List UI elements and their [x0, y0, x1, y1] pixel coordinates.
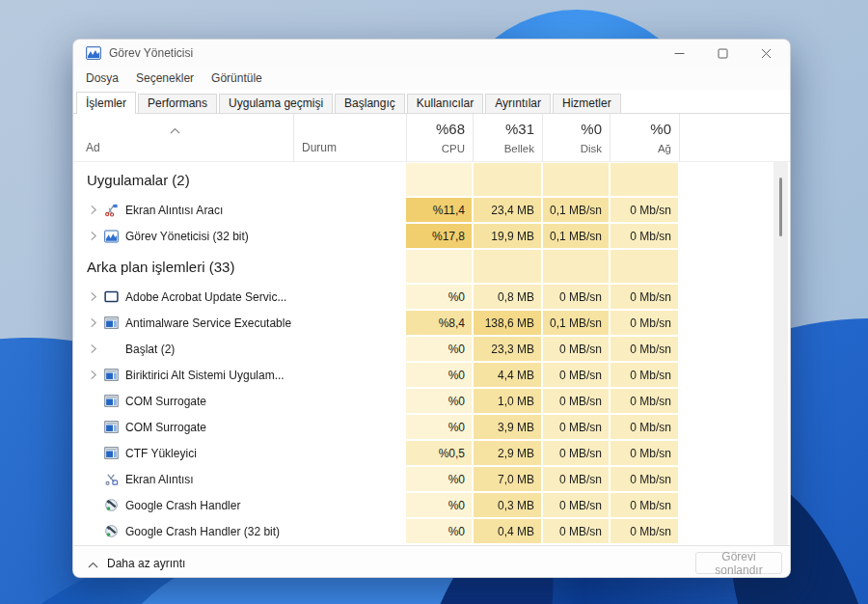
process-row[interactable]: Ekran Alıntısı%07,0 MB0 MB/sn0 Mb/sn [73, 466, 790, 492]
tab-performans[interactable]: Performans [138, 94, 217, 113]
column-divider[interactable] [679, 114, 680, 161]
column-header-disk[interactable]: Disk [543, 143, 609, 154]
cpu-total[interactable]: %68 [406, 121, 472, 137]
tab-uygulama-gecmisi[interactable]: Uygulama geçmişi [219, 94, 333, 113]
crash-handler-icon [103, 498, 119, 513]
network-cell: 0 Mb/sn [610, 311, 678, 335]
process-row[interactable]: COM Surrogate%03,9 MB0 MB/sn0 Mb/sn [73, 414, 790, 440]
memory-total[interactable]: %31 [474, 121, 541, 137]
network-cell: 0 Mb/sn [610, 467, 678, 491]
memory-cell: 138,6 MB [474, 311, 541, 335]
window-blue-icon [103, 368, 119, 383]
disk-total[interactable]: %0 [543, 121, 609, 137]
menu-item-dosya[interactable]: Dosya [77, 67, 127, 90]
expand-chevron-icon[interactable] [90, 205, 101, 215]
process-row[interactable]: Antimalware Service Executable%8,4138,6 … [73, 310, 790, 336]
name-cell: Google Crash Handler [73, 492, 297, 518]
disk-cell [543, 163, 609, 196]
task-manager-icon [103, 229, 119, 244]
process-name: Google Crash Handler [125, 499, 240, 512]
expand-chevron-icon[interactable] [90, 343, 101, 354]
process-row[interactable]: Biriktirici Alt Sistemi Uygulam...%04,4 … [73, 362, 790, 388]
column-header-status[interactable]: Durum [302, 141, 337, 154]
end-task-button[interactable]: Görevi sonlandır [695, 552, 782, 574]
fewer-details-label: Daha az ayrıntı [107, 557, 185, 570]
tab-kullanicilar[interactable]: Kullanıcılar [407, 94, 483, 113]
disk-cell: 0 MB/sn [543, 389, 609, 413]
fewer-details-toggle[interactable]: Daha az ayrıntı [88, 546, 185, 578]
group-name: Uygulamalar (2) [87, 172, 190, 188]
network-cell: 0 Mb/sn [610, 198, 678, 222]
name-cell: Arka plan işlemleri (33) [73, 249, 297, 284]
column-header-name[interactable]: Ad [86, 141, 100, 154]
cpu-cell: %0 [406, 467, 472, 491]
memory-cell: 7,0 MB [474, 467, 541, 491]
window-blue-icon [103, 394, 119, 409]
name-cell: CTF Yükleyici [73, 440, 297, 466]
name-cell: Uygulamalar (2) [73, 162, 297, 197]
disk-cell: 0,1 MB/sn [543, 311, 609, 335]
memory-cell: 23,4 MB [474, 198, 541, 222]
chevron-up-icon [88, 555, 98, 572]
process-name: Adobe Acrobat Update Servic... [125, 290, 286, 304]
vertical-scrollbar[interactable] [773, 162, 788, 545]
column-header-network[interactable]: Ağ [610, 143, 678, 154]
name-cell: Görev Yöneticisi (32 bit) [73, 223, 297, 249]
disk-cell: 0 MB/sn [543, 441, 609, 465]
memory-cell: 3,9 MB [474, 415, 541, 439]
process-name: COM Surrogate [125, 421, 206, 434]
memory-cell: 23,3 MB [474, 337, 541, 361]
disk-cell: 0 MB/sn [543, 363, 609, 387]
tab-hizmetler[interactable]: Hizmetler [553, 94, 621, 113]
memory-cell: 19,9 MB [474, 224, 541, 248]
tab-baslangic[interactable]: Başlangıç [335, 94, 405, 113]
network-cell: 0 Mb/sn [610, 285, 678, 309]
expand-chevron-icon[interactable] [90, 291, 101, 302]
menu-item-secenekler[interactable]: Seçenekler [127, 67, 203, 90]
network-cell [610, 163, 678, 196]
network-cell: 0 Mb/sn [610, 363, 678, 387]
column-header-cpu[interactable]: CPU [406, 143, 472, 154]
tab-strip: İşlemlerPerformansUygulama geçmişiBaşlan… [73, 90, 790, 114]
cpu-cell: %11,4 [406, 198, 472, 222]
column-divider[interactable] [293, 114, 294, 161]
process-row[interactable]: Başlat (2)%023,3 MB0 MB/sn0 Mb/sn [73, 336, 790, 362]
cpu-cell: %0 [406, 285, 472, 309]
network-cell: 0 Mb/sn [610, 493, 678, 517]
menu-item-goruntule[interactable]: Görüntüle [203, 67, 271, 90]
expand-chevron-icon[interactable] [90, 231, 101, 241]
expand-chevron-icon[interactable] [90, 317, 101, 328]
task-manager-window: Görev Yöneticisi DosyaSeçeneklerGörüntül… [72, 39, 791, 578]
window-title: Görev Yöneticisi [109, 46, 193, 60]
process-row[interactable]: CTF Yükleyici%0,52,9 MB0 MB/sn0 Mb/sn [73, 440, 790, 466]
group-row[interactable]: Arka plan işlemleri (33) [73, 249, 790, 284]
process-row[interactable]: Google Crash Handler%00,3 MB0 MB/sn0 Mb/… [73, 492, 790, 518]
cpu-cell: %0 [406, 493, 472, 517]
disk-cell: 0 MB/sn [543, 337, 609, 361]
close-button[interactable] [745, 40, 788, 67]
crash-handler-icon [103, 524, 119, 539]
process-name: Ekran Alıntısı [125, 473, 194, 486]
group-row[interactable]: Uygulamalar (2) [73, 162, 790, 197]
snipping-tool-icon [103, 203, 119, 218]
cpu-cell: %0 [406, 415, 472, 439]
process-row[interactable]: Adobe Acrobat Update Servic...%00,8 MB0 … [73, 284, 790, 310]
process-row[interactable]: Görev Yöneticisi (32 bit)%17,819,9 MB0,1… [73, 223, 790, 249]
title-bar[interactable]: Görev Yöneticisi [73, 40, 790, 67]
process-row[interactable]: COM Surrogate%01,0 MB0 MB/sn0 Mb/sn [73, 388, 790, 414]
network-total[interactable]: %0 [610, 121, 678, 137]
name-cell: COM Surrogate [73, 388, 297, 414]
cpu-cell [406, 250, 472, 283]
process-name: CTF Yükleyici [125, 447, 197, 460]
minimize-button[interactable] [658, 40, 701, 67]
maximize-button[interactable] [701, 40, 745, 67]
tab-islemler[interactable]: İşlemler [76, 92, 136, 114]
disk-cell: 0,1 MB/sn [543, 198, 609, 222]
process-row[interactable]: Google Crash Handler (32 bit)%00,4 MB0 M… [73, 518, 790, 544]
column-header-memory[interactable]: Bellek [474, 143, 541, 154]
process-row[interactable]: Ekran Alıntısı Aracı%11,423,4 MB0,1 MB/s… [73, 197, 790, 223]
expand-chevron-icon[interactable] [90, 370, 101, 380]
scrollbar-thumb[interactable] [779, 178, 782, 236]
cpu-cell: %17,8 [406, 224, 472, 248]
tab-ayrintilar[interactable]: Ayrıntılar [485, 94, 551, 113]
